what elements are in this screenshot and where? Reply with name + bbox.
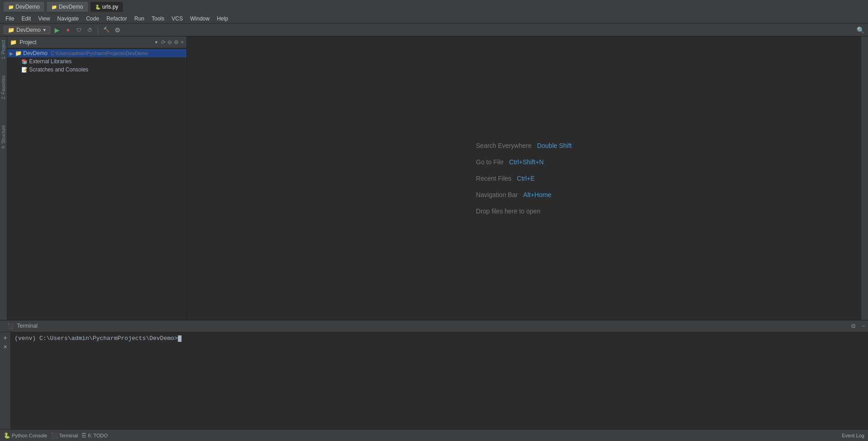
hint-recent-files-shortcut: Ctrl+E xyxy=(517,175,535,182)
menu-code[interactable]: Code xyxy=(82,15,103,23)
tab-devdemo-project[interactable]: 📁 DevDemo xyxy=(4,2,44,12)
todo-button[interactable]: ☰ 6: TODO xyxy=(81,432,108,439)
scratch-icon: 📝 xyxy=(21,67,28,73)
toolbar-separator xyxy=(98,26,98,34)
editor-area[interactable]: Search Everywhere Double Shift Go to Fil… xyxy=(187,36,861,320)
run-button[interactable]: ▶ xyxy=(52,25,61,35)
terminal-tab-header-label: Terminal xyxy=(17,323,37,329)
terminal-content[interactable]: (venv) C:\Users\admin\PycharmProjects\De… xyxy=(11,332,868,429)
run-config-selector[interactable]: 📁 DevDemo ▼ xyxy=(4,26,50,34)
run-config-chevron: ▼ xyxy=(42,28,46,32)
profile-button[interactable]: ⏱ xyxy=(85,25,94,35)
tree-label-scratches: Scratches and Consoles xyxy=(29,66,88,73)
titlebar: 📁 DevDemo 📁 DevDemo 🐍 urls.py xyxy=(0,0,868,14)
hint-drop-files: Drop files here to open xyxy=(476,208,540,215)
tree-item-scratches[interactable]: 📝 Scratches and Consoles xyxy=(7,66,187,74)
project-close-icon[interactable]: × xyxy=(181,39,184,46)
terminal-tab-header-icon: ⬛ xyxy=(7,323,14,329)
bottom-tab-terminal-header[interactable]: ⬛ Terminal xyxy=(3,321,42,331)
bottom-bar-left: 🐍 Python Console ⬛ Terminal ☰ 6: TODO xyxy=(4,432,108,439)
terminal-prompt-line: (venv) C:\Users\admin\PycharmProjects\De… xyxy=(15,334,864,343)
python-console-icon: 🐍 xyxy=(4,432,10,439)
hint-go-to-file-shortcut: Ctrl+Shift+N xyxy=(509,158,544,166)
terminal-prompt-text: (venv) C:\Users\admin\PycharmProjects\De… xyxy=(15,335,178,342)
tab-urls-py-label: urls.py xyxy=(102,4,118,10)
project-dropdown-arrow[interactable]: ▼ xyxy=(154,40,158,45)
menu-file[interactable]: File xyxy=(2,15,18,23)
menu-edit[interactable]: Edit xyxy=(18,15,35,23)
event-log-label: Event Log xyxy=(842,433,864,438)
terminal-close-icon[interactable]: − xyxy=(862,323,865,329)
folder-icon-devdemo: 📁 xyxy=(15,50,22,56)
settings-button[interactable]: ⚙ xyxy=(113,25,122,35)
terminal-settings-icon[interactable]: ⚙ xyxy=(851,323,856,329)
tree-arrow-devdemo: ▶ xyxy=(9,51,14,56)
hint-search-label: Search Everywhere xyxy=(476,142,531,149)
terminal-controls: + × xyxy=(0,332,11,429)
tree-label-ext-libs: External Libraries xyxy=(29,58,71,65)
coverage-button[interactable]: 🛡 xyxy=(74,25,83,35)
run-config-label: DevDemo xyxy=(16,27,40,33)
python-console-button[interactable]: 🐍 Python Console xyxy=(4,432,47,439)
search-icon[interactable]: 🔍 xyxy=(857,26,864,34)
project-icon: 📁 xyxy=(8,5,14,10)
file-icon: 🐍 xyxy=(95,5,101,10)
menu-vcs[interactable]: VCS xyxy=(168,15,187,23)
bottom-panel: ⬛ Terminal ⚙ − + × (venv) C:\Users\admin… xyxy=(0,320,868,429)
toolbar: 📁 DevDemo ▼ ▶ ■ 🛡 ⏱ 🔨 ⚙ 🔍 xyxy=(0,24,868,36)
editor-hints: Search Everywhere Double Shift Go to Fil… xyxy=(476,142,571,215)
favorites-panel-label[interactable]: 2: Favorites xyxy=(0,72,6,103)
hint-go-to-file: Go to File Ctrl+Shift+N xyxy=(476,158,544,166)
terminal-icon: ⬛ xyxy=(51,432,58,439)
hint-nav-bar-shortcut: Alt+Home xyxy=(523,191,551,198)
menu-window[interactable]: Window xyxy=(187,15,213,23)
build-button[interactable]: 🔨 xyxy=(102,25,111,35)
menu-navigate[interactable]: Navigate xyxy=(54,15,82,23)
project-header-icons: ⟳ ⊖ ⚙ × xyxy=(161,39,184,46)
menu-run[interactable]: Run xyxy=(131,15,148,23)
tab-urls-py[interactable]: 🐍 urls.py xyxy=(91,2,123,12)
project-header: 📁 Project ▼ ⟳ ⊖ ⚙ × xyxy=(7,36,187,48)
menu-refactor[interactable]: Refactor xyxy=(103,15,131,23)
tree-item-devdemo[interactable]: ▶ 📁 DevDemo C:\Users\admin\PycharmProjec… xyxy=(7,49,187,57)
main-area: 1: Project 2: Favorites 4: Structure 📁 P… xyxy=(0,36,868,320)
tree-item-ext-libs[interactable]: 📚 External Libraries xyxy=(7,57,187,66)
python-console-label: Python Console xyxy=(12,433,47,438)
project-icon-2: 📁 xyxy=(51,5,57,10)
project-collapse-icon[interactable]: ⊖ xyxy=(167,39,172,46)
run-config-icon: 📁 xyxy=(8,27,15,33)
project-tree: ▶ 📁 DevDemo C:\Users\admin\PycharmProjec… xyxy=(7,48,187,320)
terminal-kill-button[interactable]: × xyxy=(3,343,7,350)
ext-lib-icon: 📚 xyxy=(21,59,28,65)
terminal-label: Terminal xyxy=(59,433,78,438)
hint-go-to-file-label: Go to File xyxy=(476,158,504,166)
todo-icon: ☰ xyxy=(81,432,86,439)
drop-files-label: Drop files here to open xyxy=(476,208,540,215)
hint-recent-files-label: Recent Files xyxy=(476,175,511,182)
menu-help[interactable]: Help xyxy=(213,15,232,23)
terminal-add-button[interactable]: + xyxy=(3,334,7,341)
menu-view[interactable]: View xyxy=(35,15,54,23)
terminal-button[interactable]: ⬛ Terminal xyxy=(51,432,78,439)
stop-button[interactable]: ■ xyxy=(63,25,72,35)
project-settings-icon[interactable]: ⚙ xyxy=(174,39,179,46)
todo-label: 6: TODO xyxy=(88,433,108,438)
hint-navigation-bar: Navigation Bar Alt+Home xyxy=(476,191,551,198)
tab-devdemo2[interactable]: 📁 DevDemo xyxy=(47,2,87,12)
structure-panel-label[interactable]: 4: Structure xyxy=(0,122,6,152)
left-panel-strip: 1: Project 2: Favorites 4: Structure xyxy=(0,36,7,320)
hint-nav-bar-label: Navigation Bar xyxy=(476,191,518,198)
hint-search-everywhere: Search Everywhere Double Shift xyxy=(476,142,571,149)
event-log-button[interactable]: Event Log xyxy=(842,433,864,438)
project-sync-icon[interactable]: ⟳ xyxy=(161,39,166,46)
project-folder-icon: 📁 xyxy=(10,39,17,46)
hint-recent-files: Recent Files Ctrl+E xyxy=(476,175,535,182)
hint-search-shortcut: Double Shift xyxy=(537,142,571,149)
tab-devdemo2-label: DevDemo xyxy=(59,4,83,10)
project-panel-label[interactable]: 1: Project xyxy=(0,36,6,63)
terminal-cursor xyxy=(178,335,182,342)
terminal-area: + × (venv) C:\Users\admin\PycharmProject… xyxy=(0,332,868,429)
right-strip xyxy=(861,36,868,320)
tree-path-devdemo: C:\Users\admin\PycharmProjects\DevDemo xyxy=(50,51,148,56)
menu-tools[interactable]: Tools xyxy=(148,15,168,23)
